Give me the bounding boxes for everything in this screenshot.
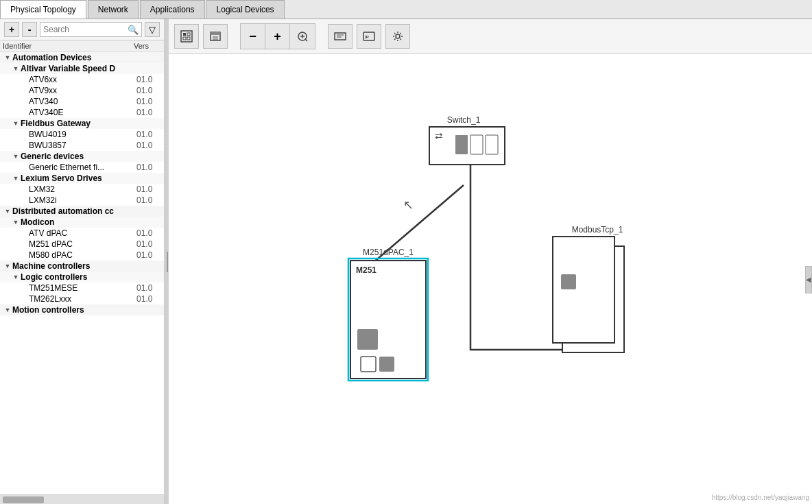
label-atv-dpac: ATV dPAC (29, 228, 136, 238)
label-m251-dpac: M251 dPAC (29, 239, 136, 249)
list-item-bwu3857[interactable]: BWU3857 01.0 (0, 140, 164, 151)
label-modicon: Modicon (21, 217, 164, 227)
tab-network[interactable]: Network (88, 0, 139, 19)
label-machine: Machine controllers (12, 261, 164, 271)
arrow-distributed: ▼ (3, 208, 12, 215)
label-lexium: Lexium Servo Drives (21, 173, 164, 183)
zoom-fit-button[interactable] (290, 24, 315, 49)
tab-applications[interactable]: Applications (140, 0, 205, 19)
version-atv340e: 01.0 (136, 108, 164, 117)
subcategory-modicon[interactable]: ▼ Modicon (0, 217, 164, 228)
m251-port3 (379, 357, 394, 372)
svg-rect-13 (335, 33, 346, 40)
column-version: Vers (134, 42, 161, 50)
zoom-out-button[interactable]: − (241, 24, 265, 49)
label-atv340e: ATV340E (29, 108, 136, 117)
device-switch1-label: Switch_1 (447, 115, 481, 125)
list-item-lxm32i[interactable]: LXM32i 01.0 (0, 195, 164, 206)
canvas-area[interactable]: Switch_1 ⇄ M251dPAC_1 (169, 55, 812, 504)
device-m251-sublabel: M251 (356, 265, 377, 275)
remove-button[interactable]: - (22, 22, 37, 37)
version-generic-eth: 01.0 (136, 163, 164, 172)
arrow-altivar: ▼ (11, 65, 21, 72)
list-item-m580-dpac[interactable]: M580 dPAC 01.0 (0, 250, 164, 261)
svg-line-10 (305, 39, 307, 41)
cursor-icon: ↖ (403, 198, 414, 212)
tree-column-header: Identifier Vers (0, 40, 164, 52)
list-item-atv340e[interactable]: ATV340E 01.0 (0, 107, 164, 118)
label-bwu4019: BWU4019 (29, 130, 136, 139)
arrow-lexium: ▼ (11, 175, 21, 182)
filter-button[interactable]: ▽ (145, 22, 160, 37)
topology-label-button[interactable] (328, 24, 353, 49)
list-item-tm262lxxx[interactable]: TM262Lxxx 01.0 (0, 293, 164, 304)
version-m580-dpac: 01.0 (136, 250, 164, 260)
svg-rect-2 (187, 33, 190, 36)
zoom-out-icon: − (249, 29, 256, 44)
tree-horizontal-scrollbar[interactable] (0, 494, 164, 504)
modbus-port1 (561, 274, 576, 289)
subcategory-logic-controllers[interactable]: ▼ Logic controllers (0, 272, 164, 283)
settings-icon (391, 29, 405, 43)
list-item-atv6xx[interactable]: ATV6xx 01.0 (0, 74, 164, 85)
device-m251dpac[interactable]: M251dPAC_1 M251 (348, 248, 428, 381)
version-lxm32: 01.0 (136, 184, 164, 194)
arrow-generic: ▼ (11, 153, 21, 160)
label-lxm32i: LXM32i (29, 195, 136, 205)
svg-rect-1 (183, 33, 186, 36)
list-item-atv340[interactable]: ATV340 01.0 (0, 96, 164, 107)
fit-view-button[interactable] (174, 24, 199, 49)
zoom-in-button[interactable]: + (265, 24, 290, 49)
tab-physical-topology[interactable]: Physical Topology (0, 0, 86, 19)
list-item-bwu4019[interactable]: BWU4019 01.0 (0, 129, 164, 140)
device-modbustcp[interactable]: ModbusTcp_1 (553, 225, 624, 352)
list-item-tm251mese[interactable]: TM251MESE 01.0 (0, 283, 164, 293)
label-tm251mese: TM251MESE (29, 283, 136, 293)
subcategory-fieldbus-gateway[interactable]: ▼ Fieldbus Gateway (0, 118, 164, 129)
hscroll-thumb[interactable] (3, 496, 44, 503)
version-atv-dpac: 01.0 (136, 228, 164, 238)
category-distributed-automation[interactable]: ▼ Distributed automation cc (0, 206, 164, 217)
watermark: https://blog.csdn.net/yaqjiawang (712, 494, 809, 501)
list-item-m251-dpac[interactable]: M251 dPAC 01.0 (0, 239, 164, 250)
device-tree: ▼ Automation Devices ▼ Altivar Variable … (0, 52, 164, 494)
add-button[interactable]: + (4, 22, 19, 37)
tab-logical-devices[interactable]: Logical Devices (206, 0, 285, 19)
label-distributed: Distributed automation cc (12, 206, 164, 216)
right-edge-arrow-icon: ◀ (806, 276, 811, 283)
ip-config-icon: IP (362, 29, 376, 43)
svg-rect-3 (183, 37, 186, 40)
switch-port3 (486, 135, 498, 154)
category-automation-devices[interactable]: ▼ Automation Devices (0, 52, 164, 63)
version-bwu3857: 01.0 (136, 141, 164, 150)
label-altivar: Altivar Variable Speed D (21, 64, 164, 73)
subcategory-lexium[interactable]: ▼ Lexium Servo Drives (0, 173, 164, 184)
search-input[interactable] (43, 25, 128, 34)
settings-button[interactable] (385, 24, 410, 49)
subcategory-generic[interactable]: ▼ Generic devices (0, 151, 164, 162)
device-switch1[interactable]: Switch_1 ⇄ (429, 115, 505, 165)
version-atv340: 01.0 (136, 97, 164, 106)
filter-icon: ▽ (149, 25, 156, 35)
ip-config-button[interactable]: IP (357, 24, 381, 49)
list-item-atv9xx[interactable]: ATV9xx 01.0 (0, 85, 164, 96)
list-item-atv-dpac[interactable]: ATV dPAC 01.0 (0, 228, 164, 239)
category-motion-controllers[interactable]: ▼ Motion controllers (0, 304, 164, 315)
switch-port2 (470, 135, 483, 154)
version-bwu4019: 01.0 (136, 130, 164, 139)
device-view-icon (208, 29, 222, 43)
zoom-fit-icon (296, 30, 309, 43)
list-item-generic-eth[interactable]: Generic Ethernet fi... 01.0 (0, 162, 164, 173)
category-machine-controllers[interactable]: ▼ Machine controllers (0, 261, 164, 272)
label-generic: Generic devices (21, 152, 164, 161)
right-edge-handle[interactable]: ◀ (805, 266, 812, 293)
list-item-lxm32[interactable]: LXM32 01.0 (0, 184, 164, 195)
device-view-button[interactable] (203, 24, 228, 49)
label-bwu3857: BWU3857 (29, 141, 136, 150)
svg-rect-6 (211, 32, 220, 35)
column-identifier: Identifier (3, 42, 134, 50)
arrow-fieldbus: ▼ (11, 120, 21, 127)
svg-point-18 (396, 34, 400, 38)
device-modbus-body (553, 237, 614, 343)
subcategory-altivar[interactable]: ▼ Altivar Variable Speed D (0, 63, 164, 74)
